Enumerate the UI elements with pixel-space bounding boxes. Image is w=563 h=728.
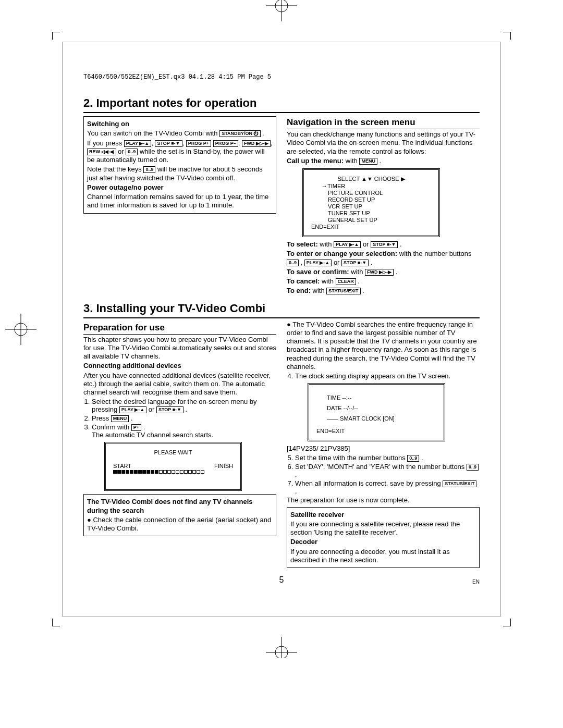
osd-menu-preview: SELECT ▲▼ CHOOSE ▶ →TIMER PICTURE CONTRO… [302, 168, 440, 237]
step-item: Set the time with the number buttons 0..… [295, 454, 480, 462]
switching-on-box: Switching on You can switch on the TV-Vi… [83, 116, 276, 214]
power-outage-heading: Power outage/no power [87, 183, 273, 192]
fwd-button-label: FWD ▶▷-▶ [242, 140, 271, 147]
num-button-label: 0..9 [143, 166, 155, 173]
body-text: To cancel: with CLEAR . [287, 277, 480, 286]
rew-button-label: REW ◁◀-◀ [87, 149, 116, 155]
body-text: If you are connecting a decoder, you mus… [290, 548, 476, 565]
body-text: You can check/change many functions and … [287, 130, 480, 156]
left-column: Preparation for use This chapter shows y… [83, 319, 276, 571]
body-text: The preparation for use is now complete. [287, 496, 480, 504]
osd-clock-preview: TIME --:-- DATE --/--/-- —— SMART CLOCK … [308, 383, 445, 441]
step-item: Select the desired language for the on-s… [92, 398, 276, 413]
step-item: Confirm with P+ .The automatic TV channe… [92, 423, 276, 439]
decoder-heading: Decoder [290, 538, 476, 546]
step-item: Press MENU . [92, 414, 276, 422]
body-text: If you press PLAY ▶-▲, STOP ■-▼, PROG P+… [87, 139, 273, 165]
crop-mark [503, 32, 511, 40]
body-text: ● Check the cable connection of the aeri… [87, 516, 273, 533]
print-header: T6460/550/552EZ(EN)_EST.qx3 04.1.28 4:15… [83, 73, 480, 81]
switching-on-heading: Switching on [87, 120, 273, 128]
step-list: Select the desired language for the on-s… [92, 398, 276, 439]
body-text: To enter or change your selection: with … [287, 250, 480, 267]
body-text: This chapter shows you how to prepare yo… [83, 336, 276, 361]
progress-bar [113, 470, 233, 474]
body-text: To end: with STATUS/EXIT . [287, 287, 480, 295]
no-channels-box: The TV-Video Combi does not find any TV … [83, 494, 276, 536]
body-text: You can switch on the TV-Video Combi wit… [87, 129, 273, 138]
body-text: If you are connecting a satellite receiv… [290, 520, 476, 537]
osd-search-preview: PLEASE WAIT STARTFINISH [104, 442, 242, 491]
menu-button-label: MENU [359, 158, 377, 165]
crop-mark [52, 32, 60, 40]
crop-mark [52, 619, 60, 626]
page-number: 5 [83, 575, 480, 585]
stop-button-label: STOP ■-▼ [155, 140, 182, 147]
registration-mark [266, 0, 297, 21]
progm-button-label: PROG P– [213, 140, 238, 147]
num-button-label: 0..9 [126, 149, 138, 155]
progp-button-label: PROG P+ [186, 140, 211, 147]
step-item: When all information is correct, save by… [295, 479, 480, 495]
language-code: EN [472, 579, 480, 585]
no-channels-heading: The TV-Video Combi does not find any TV … [87, 498, 273, 515]
satellite-heading: Satellite receiver [290, 511, 476, 519]
body-text: Call up the menu: with MENU . [287, 157, 480, 165]
right-column: ● The TV-Video Combi searches the entire… [287, 319, 480, 571]
body-text: After you have connected additional devi… [83, 372, 276, 397]
model-label: [14PV235/ 21PV385] [287, 445, 480, 453]
step-item: The clock setting display appears on the… [295, 372, 480, 380]
satellite-decoder-box: Satellite receiver If you are connecting… [287, 507, 480, 569]
registration-mark [5, 314, 36, 345]
body-text: ● The TV-Video Combi searches the entire… [287, 320, 480, 372]
columns-operation: Switching on You can switch on the TV-Vi… [83, 114, 480, 297]
standby-button-label: STANDBY/ON ⏻ [219, 130, 260, 137]
manual-page: T6460/550/552EZ(EN)_EST.qx3 04.1.28 4:15… [62, 42, 501, 616]
left-column: Switching on You can switch on the TV-Vi… [83, 114, 276, 297]
step-list: Set the time with the number buttons 0..… [295, 454, 480, 495]
preparation-heading: Preparation for use [83, 323, 276, 335]
step-item: Set 'DAY', 'MONTH' and 'YEAR' with the n… [295, 463, 480, 478]
body-text: To select: with PLAY ▶-▲ or STOP ■-▼ . [287, 240, 480, 249]
nav-menu-heading: Navigation in the screen menu [287, 117, 480, 129]
crop-mark [503, 619, 511, 626]
step-list: The clock setting display appears on the… [295, 372, 480, 380]
connecting-heading: Connecting additional devices [83, 362, 276, 370]
section-title-operation: 2. Important notes for operation [83, 96, 480, 113]
body-text: Note that the keys 0..9 will be inactive… [87, 165, 273, 182]
section-title-installing: 3. Installing your TV-Video Combi [83, 302, 480, 318]
body-text: To save or confirm: with FWD ▶▷-▶ . [287, 268, 480, 276]
right-column: Navigation in the screen menu You can ch… [287, 114, 480, 297]
registration-mark [266, 637, 297, 658]
play-button-label: PLAY ▶-▲ [124, 140, 151, 147]
body-text: Channel information remains saved for up… [87, 193, 273, 210]
columns-installing: Preparation for use This chapter shows y… [83, 319, 480, 571]
